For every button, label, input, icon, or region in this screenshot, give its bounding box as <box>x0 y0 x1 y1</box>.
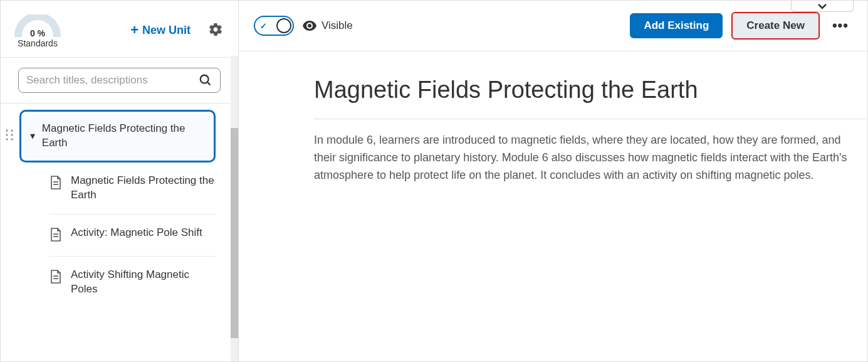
svg-point-0 <box>201 75 209 83</box>
toolbar: ✓ Visible Add Existing Create New ••• <box>239 1 867 51</box>
svg-line-1 <box>207 82 211 85</box>
gauge-icon <box>13 14 62 37</box>
content-body: Magnetic Fields Protecting the Earth In … <box>314 51 865 184</box>
sidebar-top-bar: 0 % Standards + New Unit <box>1 1 238 58</box>
gear-icon <box>208 22 223 37</box>
add-existing-button[interactable]: Add Existing <box>630 13 723 38</box>
plus-icon: + <box>130 22 139 38</box>
document-icon <box>50 227 62 245</box>
search-container <box>1 58 238 104</box>
scrollbar[interactable] <box>231 56 238 362</box>
collapse-tab[interactable] <box>791 1 854 12</box>
page-title: Magnetic Fields Protecting the Earth <box>314 77 865 119</box>
visibility-status: Visible <box>303 19 353 32</box>
ellipsis-icon: ••• <box>832 18 849 33</box>
drag-handle-icon[interactable] <box>5 129 14 144</box>
svg-point-2 <box>6 129 8 131</box>
search-icon <box>199 73 212 87</box>
child-title: Activity Shifting Magnetic Poles <box>71 268 216 297</box>
unit-title: Magnetic Fields Protecting the Earth <box>42 122 205 151</box>
visibility-label: Visible <box>322 19 353 32</box>
caret-down-icon[interactable]: ▾ <box>28 130 38 142</box>
standards-widget[interactable]: 0 % Standards <box>13 12 62 48</box>
list-item[interactable]: Activity: Magnetic Pole Shift <box>50 215 216 257</box>
child-title: Magnetic Fields Protecting the Earth <box>71 174 216 203</box>
document-icon <box>50 269 62 287</box>
standards-label: Standards <box>18 38 58 48</box>
create-new-button[interactable]: Create New <box>731 12 820 40</box>
list-item[interactable]: Magnetic Fields Protecting the Earth <box>50 162 216 215</box>
svg-point-3 <box>11 129 13 131</box>
chevron-down-icon <box>817 3 828 10</box>
child-title: Activity: Magnetic Pole Shift <box>71 226 202 240</box>
unit-tree: ▾ Magnetic Fields Protecting the Earth <box>1 104 238 361</box>
more-options-button[interactable]: ••• <box>829 15 852 36</box>
document-icon <box>50 175 62 193</box>
new-unit-button[interactable]: + New Unit <box>130 22 191 38</box>
search-box[interactable] <box>18 68 221 93</box>
svg-point-5 <box>11 134 13 136</box>
search-input[interactable] <box>26 74 194 87</box>
settings-button[interactable] <box>206 19 226 41</box>
visibility-toggle[interactable]: ✓ <box>254 16 294 36</box>
svg-point-7 <box>11 138 13 140</box>
scrollbar-thumb[interactable] <box>231 128 238 338</box>
list-item[interactable]: Activity Shifting Magnetic Poles <box>50 257 216 308</box>
eye-icon <box>303 21 316 31</box>
svg-point-4 <box>6 134 8 136</box>
sidebar: 0 % Standards + New Unit <box>1 1 239 361</box>
new-unit-label: New Unit <box>142 24 191 37</box>
page-description: In module 6, learners are introduced to … <box>314 132 865 184</box>
toggle-knob <box>276 18 291 33</box>
child-list: Magnetic Fields Protecting the Earth Act… <box>1 162 219 308</box>
unit-row-selected[interactable]: ▾ Magnetic Fields Protecting the Earth <box>19 110 216 162</box>
app-root: 0 % Standards + New Unit <box>1 1 867 361</box>
check-icon: ✓ <box>260 21 267 31</box>
svg-point-6 <box>6 138 8 140</box>
main-content: ✓ Visible Add Existing Create New ••• Ma… <box>239 1 867 361</box>
